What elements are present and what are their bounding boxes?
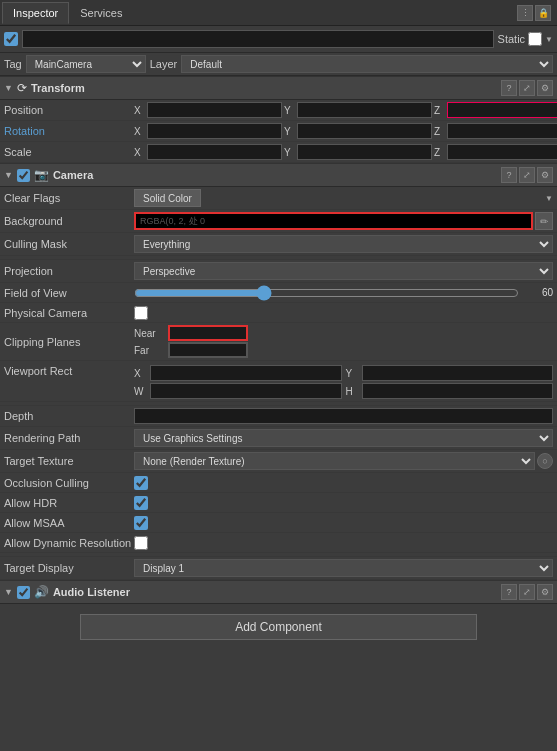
clipping-planes-row: Clipping Planes Near 0.85 Far 1000	[0, 323, 557, 361]
audio-listener-section-header[interactable]: ▼ 🔊 Audio Listener ? ⤢ ⚙	[0, 580, 557, 604]
target-display-select[interactable]: Display 1	[134, 559, 553, 577]
scale-x-input[interactable]: 1	[147, 144, 282, 160]
rendering-path-value: Use Graphics Settings	[134, 429, 553, 447]
transform-menu-btn[interactable]: ⚙	[537, 80, 553, 96]
transform-section-header[interactable]: ▼ ⟳ Transform ? ⤢ ⚙	[0, 76, 557, 100]
background-value: RGBA(0, 2, 处 0 ✏	[134, 212, 553, 230]
audio-listener-enabled-checkbox[interactable]	[17, 586, 30, 599]
object-name-input[interactable]: Main Camera	[22, 30, 494, 48]
position-value: X 0 Y 1 Z 0	[134, 102, 557, 118]
background-color-box[interactable]: RGBA(0, 2, 处 0	[134, 212, 533, 230]
allow-hdr-label: Allow HDR	[4, 497, 134, 509]
clip-far-input[interactable]: 1000	[168, 342, 248, 358]
allow-dynamic-resolution-checkbox[interactable]	[134, 536, 148, 550]
allow-msaa-label: Allow MSAA	[4, 517, 134, 529]
static-checkbox[interactable]	[528, 32, 542, 46]
transform-edit-btn[interactable]: ⤢	[519, 80, 535, 96]
vp-w-input[interactable]: 1	[150, 383, 342, 399]
target-display-row: Target Display Display 1	[0, 557, 557, 580]
position-y-field: Y 1	[284, 102, 432, 118]
tab-inspector[interactable]: Inspector	[2, 2, 69, 24]
add-component-button[interactable]: Add Component	[80, 614, 477, 640]
static-dropdown-arrow[interactable]: ▼	[545, 35, 553, 44]
transform-arrow: ▼	[4, 83, 13, 93]
camera-edit-btn[interactable]: ⤢	[519, 167, 535, 183]
rotation-z-field: Z 0	[434, 123, 557, 139]
tab-menu-btn[interactable]: ⋮	[517, 5, 533, 21]
target-texture-picker-btn[interactable]: ○	[537, 453, 553, 469]
audio-listener-edit-btn[interactable]: ⤢	[519, 584, 535, 600]
scale-label: Scale	[4, 146, 134, 158]
transform-title: Transform	[31, 82, 85, 94]
rotation-xyz: X 0 Y 0 Z 0	[134, 123, 557, 139]
position-x-field: X 0	[134, 102, 282, 118]
rotation-y-input[interactable]: 0	[297, 123, 432, 139]
background-color-picker-btn[interactable]: ✏	[535, 212, 553, 230]
tag-dropdown[interactable]: MainCamera	[26, 55, 146, 73]
scroll-area: ▼ ⟳ Transform ? ⤢ ⚙ Position X 0 Y	[0, 76, 557, 650]
camera-enabled-checkbox[interactable]	[17, 169, 30, 182]
depth-input[interactable]: -1	[134, 408, 553, 424]
position-x-label: X	[134, 105, 146, 116]
layer-dropdown[interactable]: Default	[181, 55, 553, 73]
camera-help-btn[interactable]: ?	[501, 167, 517, 183]
add-component-area: Add Component	[0, 604, 557, 650]
fov-slider[interactable]	[134, 286, 519, 300]
tab-lock-btn[interactable]: 🔒	[535, 5, 551, 21]
projection-select[interactable]: Perspective	[134, 262, 553, 280]
rendering-path-select[interactable]: Use Graphics Settings	[134, 429, 553, 447]
rotation-y-field: Y 0	[284, 123, 432, 139]
projection-label: Projection	[4, 265, 134, 277]
audio-listener-menu-btn[interactable]: ⚙	[537, 584, 553, 600]
scale-z-field: Z 1	[434, 144, 557, 160]
clip-near-input[interactable]: 0.85	[168, 325, 248, 341]
physical-camera-value	[134, 306, 553, 320]
vp-w-field: W 1	[134, 383, 342, 399]
allow-hdr-checkbox[interactable]	[134, 496, 148, 510]
rotation-z-input[interactable]: 0	[447, 123, 557, 139]
rotation-x-input[interactable]: 0	[147, 123, 282, 139]
object-enabled-checkbox[interactable]	[4, 32, 18, 46]
target-texture-row: Target Texture None (Render Texture) ○	[0, 450, 557, 473]
clear-flags-dropdown-arrow[interactable]: ▼	[545, 194, 553, 203]
camera-menu-btn[interactable]: ⚙	[537, 167, 553, 183]
scale-y-input[interactable]: 1	[297, 144, 432, 160]
projection-value: Perspective	[134, 262, 553, 280]
vp-x-input[interactable]: 0	[150, 365, 342, 381]
camera-section-header[interactable]: ▼ 📷 Camera ? ⤢ ⚙	[0, 163, 557, 187]
vp-h-input[interactable]: 1	[362, 383, 554, 399]
target-texture-area: None (Render Texture) ○	[134, 452, 553, 470]
target-texture-label: Target Texture	[4, 455, 134, 467]
clipping-area: Near 0.85 Far 1000	[134, 325, 553, 358]
position-z-input[interactable]: 0	[447, 102, 557, 118]
culling-mask-select[interactable]: Everything	[134, 235, 553, 253]
allow-dynamic-resolution-row: Allow Dynamic Resolution	[0, 533, 557, 553]
rotation-label[interactable]: Rotation	[4, 125, 134, 137]
allow-hdr-value	[134, 496, 553, 510]
target-texture-select[interactable]: None (Render Texture)	[134, 452, 535, 470]
position-y-input[interactable]: 1	[297, 102, 432, 118]
physical-camera-label: Physical Camera	[4, 307, 134, 319]
tab-services[interactable]: Services	[69, 2, 133, 24]
viewport-rect-value: X 0 Y 0 W 1 H	[134, 365, 553, 399]
position-row: Position X 0 Y 1 Z 0	[0, 100, 557, 121]
rendering-path-row: Rendering Path Use Graphics Settings	[0, 427, 557, 450]
fov-slider-row: 60	[134, 286, 553, 300]
occlusion-culling-checkbox[interactable]	[134, 476, 148, 490]
scale-z-input[interactable]: 1	[447, 144, 557, 160]
transform-help-btn[interactable]: ?	[501, 80, 517, 96]
tab-bar: Inspector Services ⋮ 🔒	[0, 0, 557, 26]
vp-x-field: X 0	[134, 365, 342, 381]
vp-y-input[interactable]: 0	[362, 365, 554, 381]
fov-row: Field of View 60	[0, 283, 557, 303]
tab-controls: ⋮ 🔒	[517, 5, 555, 21]
audio-listener-help-btn[interactable]: ?	[501, 584, 517, 600]
physical-camera-checkbox[interactable]	[134, 306, 148, 320]
clear-flags-value: Solid Color ▼	[134, 189, 553, 207]
occlusion-culling-row: Occlusion Culling	[0, 473, 557, 493]
clear-flags-btn[interactable]: Solid Color	[134, 189, 201, 207]
clipping-planes-label: Clipping Planes	[4, 336, 134, 348]
layer-label: Layer	[150, 58, 178, 70]
allow-msaa-checkbox[interactable]	[134, 516, 148, 530]
position-x-input[interactable]: 0	[147, 102, 282, 118]
